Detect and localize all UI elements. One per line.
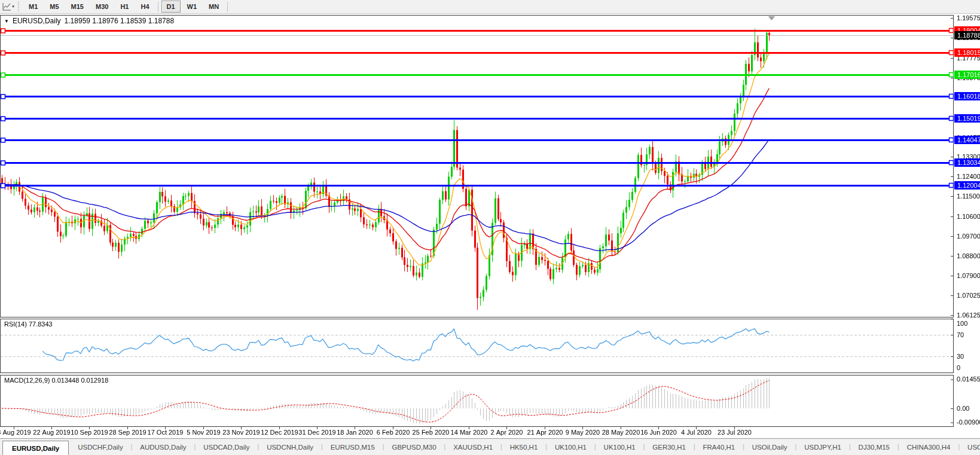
tab-dj30-m15[interactable]: DJ30,M15 (851, 439, 897, 455)
tab-china300-h4[interactable]: CHINA300,H4 (899, 439, 958, 455)
chart-symbol-period: EURUSD,Daily (13, 17, 61, 25)
tab-hk50-h1[interactable]: HK50,H1 (502, 439, 546, 455)
tab-audusd-daily[interactable]: AUDUSD,Daily (132, 439, 194, 455)
tab-eurusd-m15[interactable]: EURUSD,M15 (323, 439, 383, 455)
chart-ohlc-values: 1.18959 1.18976 1.18539 1.18788 (65, 17, 175, 25)
tab-uk100-h1[interactable]: UK100,H1 (547, 439, 594, 455)
timeframe-button-d1[interactable]: D1 (161, 1, 181, 13)
timeframe-button-m15[interactable]: M15 (66, 1, 89, 13)
tab-eurusd-daily[interactable]: EURUSD,Daily (2, 441, 69, 455)
toolbar-separator (158, 2, 158, 12)
timeframe-button-h1[interactable]: H1 (115, 1, 134, 13)
chart-tab-bar: EURUSD,DailyUSDCHF,Daily|AUDUSD,Daily|US… (0, 438, 980, 455)
chart-tool-dropdown-icon[interactable]: ▾ (12, 4, 14, 9)
tab-gbpusd-m30[interactable]: GBPUSD,M30 (384, 439, 444, 455)
timeframe-toolbar: ▾ M1M5M15M30H1H4D1W1MN (0, 0, 980, 14)
timeframe-button-m30[interactable]: M30 (90, 1, 114, 13)
tab-usoil-daily[interactable]: USOil,Daily (744, 439, 795, 455)
macd-indicator-label: MACD(12,26,9) 0.013448 0.012918 (4, 377, 108, 384)
chart-title: ▼ EURUSD,Daily 1.18959 1.18976 1.18539 1… (4, 17, 174, 25)
chart-cursor-tool-icon[interactable]: ▾ (1, 1, 16, 12)
toolbar-separator (227, 2, 228, 12)
tab-usoil-h4[interactable]: USOil,H4 (960, 439, 980, 455)
timeframe-button-w1[interactable]: W1 (182, 1, 203, 13)
tab-uk100-h1[interactable]: UK100,H1 (596, 439, 643, 455)
toolbar-grip[interactable] (17, 2, 20, 11)
timeframe-button-h4[interactable]: H4 (135, 1, 154, 13)
tab-ger30-h1[interactable]: GER30,H1 (645, 439, 694, 455)
timeframe-button-m1[interactable]: M1 (23, 1, 43, 13)
tab-usdcnh-daily[interactable]: USDCNH,Daily (259, 439, 321, 455)
chart-title-arrow-icon[interactable]: ▼ (4, 19, 9, 24)
rsi-indicator-label: RSI(14) 77.8343 (4, 320, 53, 328)
tab-usdchf-daily[interactable]: USDCHF,Daily (70, 439, 130, 455)
price-chart-canvas[interactable] (0, 14, 980, 438)
tab-usdjpy-h1[interactable]: USDJPY,H1 (796, 439, 849, 455)
tab-fra40-h1[interactable]: FRA40,H1 (695, 439, 743, 455)
timeframe-button-mn[interactable]: MN (203, 1, 224, 13)
tab-xauusd-h1[interactable]: XAUUSD,H1 (445, 439, 500, 455)
tab-usdcad-daily[interactable]: USDCAD,Daily (196, 439, 257, 455)
timeframe-button-m5[interactable]: M5 (44, 1, 64, 13)
